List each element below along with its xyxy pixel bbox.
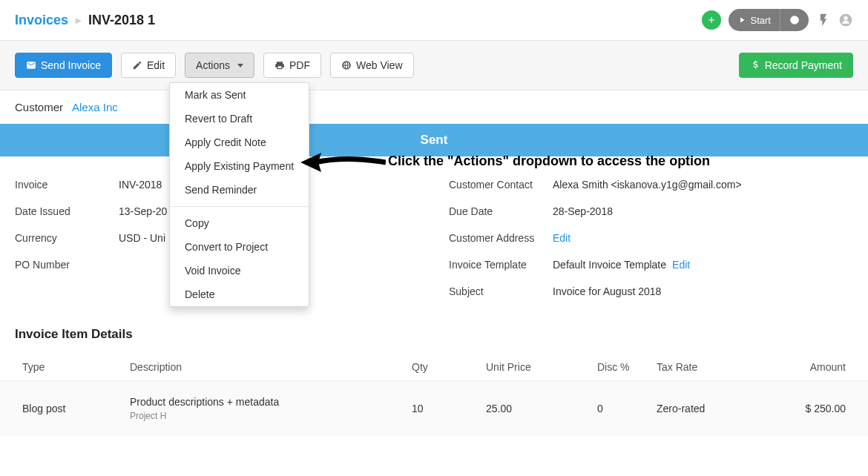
clock-icon: [789, 15, 800, 25]
menu-send-reminder[interactable]: Send Reminder: [170, 178, 309, 202]
actions-dropdown-menu: Mark as Sent Revert to Draft Apply Credi…: [169, 82, 309, 307]
address-edit-link[interactable]: Edit: [553, 232, 571, 244]
envelope-icon: [26, 60, 36, 70]
template-label: Invoice Template: [449, 259, 553, 271]
menu-delete[interactable]: Delete: [170, 282, 309, 306]
play-icon: [737, 16, 746, 24]
user-avatar-icon[interactable]: [838, 13, 853, 27]
date-issued-label: Date Issued: [15, 205, 119, 217]
date-issued-value: 13-Sep-20: [119, 205, 167, 217]
edit-label: Edit: [147, 59, 165, 71]
svg-point-1: [844, 16, 847, 20]
contact-value: Alexa Smith <iskanova.y1g@gmail.com>: [553, 179, 742, 191]
record-payment-button[interactable]: Record Payment: [739, 53, 853, 78]
pdf-button[interactable]: PDF: [263, 53, 321, 78]
send-invoice-label: Send Invoice: [41, 59, 101, 71]
breadcrumb-current: INV-2018 1: [88, 13, 155, 28]
col-type-header: Type: [22, 361, 130, 373]
template-edit-link[interactable]: Edit: [672, 259, 690, 271]
print-icon: [274, 60, 285, 70]
actions-dropdown-button[interactable]: Actions: [185, 53, 254, 78]
actions-label: Actions: [196, 59, 230, 71]
menu-apply-existing-payment[interactable]: Apply Existing Payment: [170, 154, 309, 178]
record-payment-label: Record Payment: [765, 59, 842, 71]
plus-icon: [706, 15, 717, 25]
subject-label: Subject: [449, 285, 553, 297]
item-type: Blog post: [22, 403, 130, 414]
start-timer-button[interactable]: Start: [729, 9, 780, 31]
col-amount-header: Amount: [768, 361, 846, 373]
address-label: Customer Address: [449, 232, 553, 244]
send-invoice-button[interactable]: Send Invoice: [15, 53, 112, 78]
item-qty: 10: [412, 403, 486, 414]
timer-dropdown-button[interactable]: [780, 9, 809, 31]
menu-void-invoice[interactable]: Void Invoice: [170, 259, 309, 282]
item-tax: Zero-rated: [657, 403, 768, 414]
template-value: Default Invoice Template: [553, 259, 666, 271]
menu-convert-to-project[interactable]: Convert to Project: [170, 235, 309, 259]
col-desc-header: Description: [130, 361, 412, 373]
col-qty-header: Qty: [412, 361, 486, 373]
contact-label: Customer Contact: [449, 179, 553, 191]
breadcrumb-root-link[interactable]: Invoices: [15, 13, 68, 28]
currency-label: Currency: [15, 232, 119, 244]
start-label: Start: [751, 15, 771, 26]
col-price-header: Unit Price: [486, 361, 597, 373]
menu-mark-as-sent[interactable]: Mark as Sent: [170, 83, 309, 107]
menu-divider: [170, 206, 309, 207]
item-amount: $ 250.00: [768, 403, 846, 414]
items-section-title: Invoice Item Details: [0, 320, 868, 354]
pencil-icon: [132, 60, 142, 70]
item-subdescription: Project H: [130, 411, 412, 421]
dollar-icon: [750, 60, 760, 70]
item-price: 25.00: [486, 403, 597, 414]
invoice-value: INV-2018: [119, 179, 162, 191]
subject-value: Invoice for August 2018: [553, 285, 661, 297]
due-date-value: 28-Sep-2018: [553, 205, 613, 217]
col-tax-header: Tax Rate: [657, 361, 768, 373]
items-header-row: Type Description Qty Unit Price Disc % T…: [0, 354, 868, 381]
chevron-right-icon: ▸: [76, 14, 81, 26]
due-date-label: Due Date: [449, 205, 553, 217]
caret-down-icon: [237, 64, 243, 67]
timer-pill: Start: [729, 9, 809, 31]
annotation-text: Click the "Actions" dropdown to access t…: [388, 153, 710, 169]
col-disc-header: Disc %: [597, 361, 657, 373]
item-description: Product descriptions + metadata: [130, 396, 412, 408]
invoice-label: Invoice: [15, 179, 119, 191]
pdf-label: PDF: [289, 59, 310, 71]
add-button[interactable]: [702, 10, 721, 30]
table-row: Blog post Product descriptions + metadat…: [0, 381, 868, 436]
web-view-button[interactable]: Web View: [330, 53, 414, 78]
breadcrumb: Invoices ▸ INV-2018 1: [15, 13, 155, 28]
item-disc: 0: [597, 403, 657, 414]
status-banner: Sent: [0, 124, 868, 156]
globe-icon: [341, 60, 352, 70]
menu-revert-to-draft[interactable]: Revert to Draft: [170, 107, 309, 130]
customer-link[interactable]: Alexa Inc: [72, 101, 118, 113]
annotation-arrow: [300, 150, 386, 175]
web-view-label: Web View: [356, 59, 403, 71]
menu-apply-credit-note[interactable]: Apply Credit Note: [170, 130, 309, 154]
po-label: PO Number: [15, 259, 119, 271]
customer-label: Customer: [15, 101, 63, 113]
menu-copy[interactable]: Copy: [170, 211, 309, 235]
edit-button[interactable]: Edit: [121, 53, 176, 78]
currency-value: USD - Uni: [119, 232, 165, 244]
bolt-icon[interactable]: [816, 13, 831, 27]
